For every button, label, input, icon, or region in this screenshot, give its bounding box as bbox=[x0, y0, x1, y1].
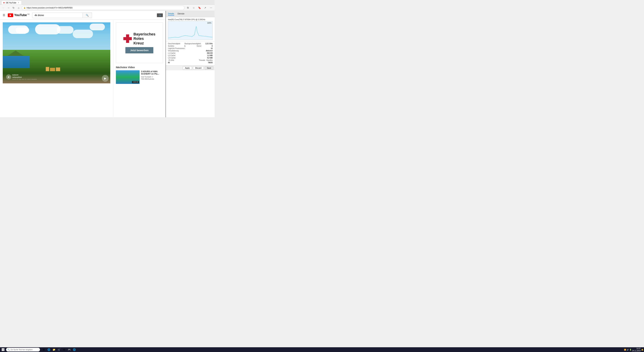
stat-row-logical: Logische Prozessoren: 12 bbox=[168, 48, 213, 49]
tm-discard-button[interactable]: Discard bbox=[193, 66, 204, 70]
more-button[interactable]: ⋯ bbox=[208, 6, 213, 10]
stat-row-threads: ,70 GHz Threads Handles bbox=[168, 59, 213, 61]
reading-list-button[interactable]: 🔖 bbox=[197, 6, 202, 10]
task-manager-panel: Details Dienste Intel(R) Core(TM) i7-875… bbox=[166, 11, 215, 117]
yt-header: ☰ YouTube DE 🔍 📹 bbox=[0, 11, 166, 20]
tm-cpu-graph: 100% bbox=[168, 21, 213, 40]
cloud-6 bbox=[90, 24, 105, 30]
watermark-text: nature relaxation search the app store f… bbox=[12, 74, 37, 80]
watermark-icon: ▶ bbox=[6, 74, 11, 80]
next-video-views: 766.958 Aufrufe bbox=[141, 78, 163, 80]
share-button[interactable]: ↗ bbox=[203, 6, 208, 10]
play-triangle bbox=[10, 14, 11, 16]
video-duration: 3:00:09 bbox=[132, 81, 139, 83]
yt-menu-button[interactable]: ☰ bbox=[3, 14, 5, 17]
next-video-thumbnail: 3:00:09 bbox=[116, 70, 140, 84]
next-video-channel: Cat Trumpet ✓ bbox=[141, 76, 163, 78]
yt-locale: DE bbox=[27, 14, 30, 15]
stat-row-sockets: Sockets: 1 Kerne: 6 bbox=[168, 45, 213, 47]
active-tab[interactable]: ▶ DE YouTube × bbox=[1, 0, 22, 4]
youtube-area: ☰ YouTube DE 🔍 📹 bbox=[0, 11, 166, 117]
channel-icon-overlay: ▶ bbox=[102, 75, 108, 82]
next-video-label: Nächstes Video bbox=[116, 66, 163, 69]
tm-apply-button[interactable]: Apply bbox=[183, 66, 192, 70]
yt-search-button[interactable]: 🔍 bbox=[82, 12, 92, 18]
tab-title: DE YouTube bbox=[6, 2, 16, 4]
split-view-button[interactable]: ⧉ bbox=[186, 6, 190, 10]
yt-right-sidebar: BayerischesRotesKreuz Jetzt bewerben Näc… bbox=[113, 20, 166, 117]
cloud-2 bbox=[16, 27, 29, 33]
next-video-card[interactable]: 3:00:09 3 HOURS of AMA SCENERY on Pla...… bbox=[116, 70, 163, 84]
yt-search-input[interactable] bbox=[32, 12, 82, 18]
yt-upload-button[interactable]: 📹 bbox=[157, 14, 163, 17]
cloud-4 bbox=[56, 26, 74, 34]
tab-close-btn[interactable]: × bbox=[18, 2, 19, 4]
video-frame: ▶ nature relaxation search the app store… bbox=[3, 22, 110, 84]
ad-logo: BayerischesRotesKreuz bbox=[123, 32, 156, 46]
yt-logo-text: YouTube bbox=[14, 14, 27, 17]
ad-org-name: BayerischesRotesKreuz bbox=[134, 32, 156, 46]
yt-logo-icon bbox=[8, 14, 13, 17]
stat-row-virt: Virtualisierung: Aktiviert bbox=[168, 50, 213, 52]
video-player[interactable]: ▶ nature relaxation search the app store… bbox=[3, 22, 110, 84]
tm-tab-services[interactable]: Dienste bbox=[178, 12, 184, 16]
forward-button[interactable]: → bbox=[6, 6, 10, 10]
next-video-title: 3 HOURS of AMA SCENERY on Pla... bbox=[141, 70, 163, 75]
ocean bbox=[3, 56, 30, 68]
url-input[interactable] bbox=[26, 6, 183, 9]
tm-cpu-section: Intel(R) Core(TM) i7-8750H CPU @ 2.20GHz… bbox=[166, 17, 215, 41]
home-button[interactable]: ⌂ bbox=[16, 6, 21, 10]
tab-bar: ▶ DE YouTube × bbox=[0, 0, 215, 5]
advertisement: BayerischesRotesKreuz Jetzt bewerben bbox=[116, 22, 163, 63]
stat-row-l3: L3-Cache: 9,0 MB bbox=[168, 57, 213, 59]
cloud-5 bbox=[73, 30, 93, 38]
buildings bbox=[46, 66, 80, 71]
tab-favicon: ▶ bbox=[4, 2, 5, 4]
yt-video-section: ▶ nature relaxation search the app store… bbox=[0, 20, 113, 117]
yt-search-form: 🔍 bbox=[32, 12, 92, 18]
ad-cta-button[interactable]: Jetzt bewerben bbox=[126, 47, 153, 54]
stat-row-speed: Geschwindigkeit Basisgeschwindigkeit: 2,… bbox=[168, 43, 213, 44]
refresh-button[interactable]: ↻ bbox=[12, 6, 16, 10]
address-bar[interactable]: 🔒 bbox=[22, 6, 184, 10]
stat-row-l2: L2-Cache: 1,5 MB bbox=[168, 54, 213, 56]
yt-logo[interactable]: YouTube DE bbox=[8, 14, 30, 17]
yt-content: ▶ nature relaxation search the app store… bbox=[0, 20, 166, 117]
lock-icon: 🔒 bbox=[24, 7, 26, 9]
cpu-graph-svg bbox=[168, 21, 212, 40]
watermark: ▶ nature relaxation search the app store… bbox=[6, 74, 37, 80]
cross-vertical bbox=[126, 34, 129, 43]
back-button[interactable]: ← bbox=[1, 6, 6, 10]
tm-cpu-percent: 100% bbox=[207, 22, 212, 24]
stat-row-counts: 46 78635 bbox=[168, 62, 213, 64]
tm-stats-section: Geschwindigkeit Basisgeschwindigkeit: 2,… bbox=[166, 41, 215, 66]
stat-row-l1: L1-Cache: 384 KB bbox=[168, 52, 213, 54]
tm-save-bar: Apply Discard Save bbox=[166, 66, 215, 70]
tm-save-button[interactable]: Save bbox=[205, 66, 213, 70]
next-video-info: 3 HOURS of AMA SCENERY on Pla... Cat Tru… bbox=[141, 70, 163, 84]
tm-header: Details Dienste bbox=[166, 11, 215, 17]
tm-tab-details[interactable]: Details bbox=[168, 12, 174, 16]
red-cross-logo bbox=[123, 34, 132, 43]
browser-toolbar: ← → ↻ ⌂ 🔒 ⧉ ☆ 🔖 ↗ ⋯ bbox=[0, 5, 215, 11]
tm-cpu-title: Intel(R) Core(TM) i7-8750H CPU @ 2.20GHz bbox=[168, 18, 213, 20]
favorites-button[interactable]: ☆ bbox=[191, 6, 196, 10]
